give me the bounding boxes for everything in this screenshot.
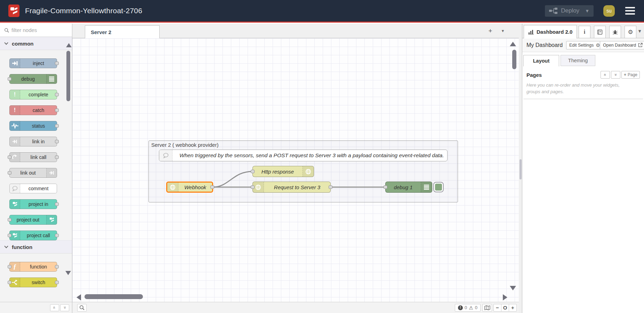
palette-node-link-out[interactable]: link out — [9, 168, 57, 178]
node-red-logo-icon — [8, 5, 19, 17]
user-avatar[interactable]: su — [603, 5, 615, 17]
node-icon-box: ! — [10, 106, 20, 115]
function-icon: ƒ — [13, 263, 16, 271]
tab-help[interactable] — [594, 26, 606, 38]
warning-icon: ⚠ — [469, 305, 473, 310]
palette-node-label: complete — [20, 90, 57, 99]
move-page-down-button[interactable]: « — [611, 71, 620, 79]
node-palette: filter nodes commoninjectdebug!complete!… — [0, 24, 72, 302]
flow-node-Request-to-Server-3[interactable]: Request to Server 3 — [252, 182, 331, 193]
palette-node-label: project in — [20, 200, 57, 209]
input-port[interactable] — [251, 185, 255, 189]
flow-node-Webhook[interactable]: Webhook — [166, 182, 213, 193]
list-icon — [424, 185, 429, 190]
canvas-scroll-left-icon[interactable] — [77, 294, 81, 300]
tab-config[interactable]: ⚙ — [625, 26, 636, 38]
palette-node-project-in[interactable]: project in — [9, 199, 57, 209]
palette-node-link-in[interactable]: link in — [9, 137, 57, 146]
flow-node-Http-response[interactable]: Http response — [252, 166, 314, 177]
pulse-icon — [11, 123, 18, 129]
main-menu-button[interactable] — [625, 7, 635, 15]
canvas-scroll-right-icon[interactable] — [503, 294, 507, 300]
deploy-caret-icon[interactable]: ▼ — [585, 8, 589, 14]
canvas-scroll-up-icon[interactable] — [510, 42, 516, 46]
flow-list-caret-icon[interactable]: ▾ — [499, 27, 507, 35]
output-port[interactable] — [329, 185, 332, 189]
palette-node-project-call[interactable]: project call — [9, 231, 57, 240]
palette-expand-all-button[interactable]: « — [60, 304, 69, 311]
dashboard-title: My Dashboard — [526, 42, 563, 48]
palette-node-comment[interactable]: comment — [9, 184, 57, 193]
palette-node-debug[interactable]: debug — [9, 74, 57, 84]
sidebar-tabbar: Dashboard 2.0 i — [522, 24, 644, 38]
tab-theming[interactable]: Theming — [561, 55, 595, 66]
flow-canvas[interactable]: Server 2 ( webhook provider) When trigge… — [72, 38, 519, 302]
bar-chart-icon — [528, 30, 534, 34]
palette-scrollbar-thumb[interactable] — [66, 51, 70, 101]
gutter-scrollbar-thumb[interactable] — [520, 159, 522, 179]
palette-scroll-down-icon[interactable] — [65, 271, 71, 275]
palette-node-link-call[interactable]: link call — [9, 152, 57, 162]
palette-node-complete[interactable]: !complete — [9, 90, 57, 99]
canvas-vscrollbar-thumb[interactable] — [512, 50, 516, 69]
edit-settings-button[interactable]: Edit Settings ⚙ — [566, 41, 603, 49]
flow-node-label: Request to Server 3 — [264, 182, 330, 192]
palette-node-switch[interactable]: switch — [9, 278, 57, 287]
canvas-scroll-down-icon[interactable] — [510, 286, 516, 290]
navigator-button[interactable] — [482, 304, 492, 312]
palette-category-function[interactable]: function — [0, 240, 72, 254]
tab-dashboard-2[interactable]: Dashboard 2.0 — [524, 25, 577, 39]
palette-scroll-up-icon[interactable] — [66, 43, 72, 47]
link-arrow-icon — [49, 170, 55, 176]
palette-node-label: status — [20, 121, 57, 130]
output-port — [55, 124, 59, 128]
flow-node-label: Webhook — [178, 183, 212, 192]
error-count: 0 — [465, 305, 467, 310]
palette-category-common[interactable]: common — [0, 37, 72, 50]
sidebar-resize-handle[interactable] — [519, 24, 522, 313]
node-icon-box — [10, 200, 20, 209]
palette-node-function[interactable]: ƒfunction — [9, 262, 57, 272]
zoom-in-button[interactable]: + — [509, 304, 517, 312]
zoom-reset-button[interactable]: O — [501, 304, 509, 312]
comment-icon — [12, 186, 18, 191]
tab-info[interactable]: i — [579, 26, 590, 38]
deploy-button[interactable]: Deploy ▼ — [545, 5, 594, 17]
flow-status-badges[interactable]: ! 0 ⚠ 0 — [455, 304, 481, 312]
palette-node-inject[interactable]: inject — [9, 58, 57, 68]
palette-node-catch[interactable]: !catch — [9, 105, 57, 115]
palette-filter-input[interactable]: filter nodes — [0, 24, 72, 37]
input-port[interactable] — [251, 170, 255, 173]
comment-node[interactable]: When triggered by the sensors, send a PO… — [159, 150, 448, 161]
pages-buttons: « « + Page — [601, 71, 640, 79]
comment-icon — [159, 150, 172, 161]
palette-node-status[interactable]: status — [9, 121, 57, 131]
inject-arrow-icon — [12, 61, 18, 66]
palette-node-project-out[interactable]: project out — [9, 215, 57, 225]
divider — [523, 99, 643, 99]
sidebar-tab-menu-caret-icon[interactable]: ▼ — [637, 29, 642, 34]
debug-toggle-button[interactable] — [433, 182, 444, 192]
globe-icon — [305, 169, 311, 175]
palette-collapse-all-button[interactable]: « — [50, 304, 59, 311]
input-port[interactable] — [384, 185, 387, 189]
canvas-hscrollbar-thumb[interactable] — [84, 294, 143, 299]
zoom-out-button[interactable]: − — [493, 304, 501, 312]
add-flow-button[interactable]: + — [486, 27, 494, 35]
add-page-button[interactable]: + Page — [621, 71, 640, 79]
move-page-up-button[interactable]: « — [601, 71, 610, 79]
bug-icon — [612, 30, 618, 35]
canvas-search-button[interactable] — [77, 304, 87, 312]
input-port — [8, 155, 11, 159]
flow-node-debug-1[interactable]: debug 1 — [385, 182, 432, 193]
menu-bar — [625, 7, 635, 8]
avatar-initials: su — [606, 8, 612, 14]
open-dashboard-button[interactable]: Open Dashboard — [600, 41, 644, 49]
tab-layout[interactable]: Layout — [523, 55, 559, 66]
dashboard-toolbar: My Dashboard Edit Settings ⚙ Open Dashbo… — [522, 38, 644, 52]
flow-tab-server-2[interactable]: Server 2 — [85, 25, 160, 39]
output-port[interactable] — [210, 185, 214, 189]
info-icon: i — [584, 29, 585, 35]
open-dashboard-label: Open Dashboard — [603, 43, 636, 48]
tab-debug[interactable] — [609, 26, 621, 38]
